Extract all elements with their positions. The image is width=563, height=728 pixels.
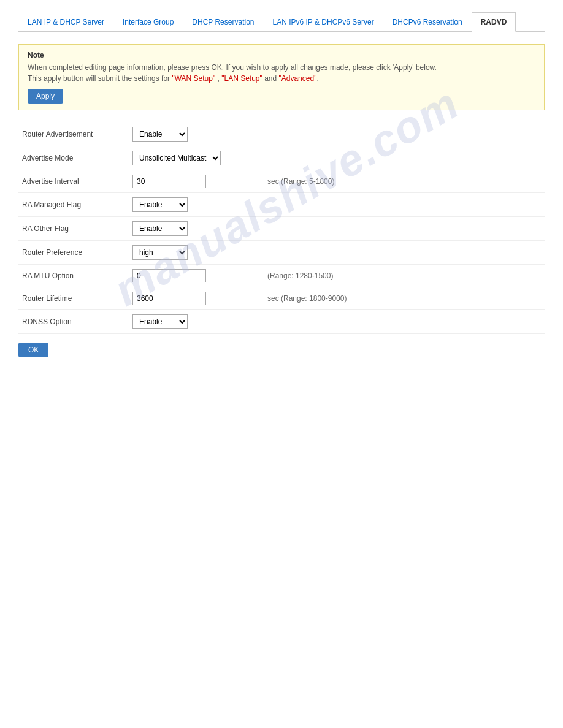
lan-setup-link[interactable]: "LAN Setup": [221, 74, 262, 83]
field-label-router-advertisement: Router Advertisement: [18, 123, 129, 146]
field-input-cell-ra-managed-flag: EnableDisable: [129, 193, 264, 217]
field-hint-ra-mtu-option: (Range: 1280-1500): [264, 265, 545, 287]
ra-mtu-option-input[interactable]: [132, 269, 206, 282]
tab-radvd[interactable]: RADVD: [472, 12, 516, 32]
field-input-cell-ra-mtu-option: [129, 265, 264, 287]
radvd-form: Router AdvertisementEnableDisableAdverti…: [18, 123, 545, 357]
field-hint-ra-other-flag: [264, 217, 545, 241]
field-input-cell-router-lifetime: [129, 287, 264, 310]
form-row-ra-mtu-option: RA MTU Option(Range: 1280-1500): [18, 265, 545, 287]
tab-interface-group[interactable]: Interface Group: [113, 12, 183, 31]
form-row-rdnss-option: RDNSS OptionEnableDisable: [18, 310, 545, 334]
ra-other-flag-select[interactable]: EnableDisable: [132, 221, 188, 236]
field-input-cell-rdnss-option: EnableDisable: [129, 310, 264, 334]
field-hint-advertise-mode: [264, 146, 545, 170]
note-box: Note When completed editing page informa…: [18, 44, 545, 110]
advertise-mode-select[interactable]: Unsolicited MulticastSolicited Multicast: [132, 151, 221, 165]
rdnss-option-select[interactable]: EnableDisable: [132, 314, 188, 329]
router-lifetime-input[interactable]: [132, 292, 206, 305]
form-row-ra-other-flag: RA Other FlagEnableDisable: [18, 217, 545, 241]
form-row-router-lifetime: Router Lifetimesec (Range: 1800-9000): [18, 287, 545, 310]
field-label-router-preference: Router Preference: [18, 241, 129, 265]
note-title: Note: [28, 51, 535, 59]
tab-dhcpv6-reservation[interactable]: DHCPv6 Reservation: [383, 12, 472, 31]
field-input-cell-router-preference: highmediumlow: [129, 241, 264, 265]
field-hint-rdnss-option: [264, 310, 545, 334]
router-preference-select[interactable]: highmediumlow: [132, 245, 188, 260]
form-row-advertise-interval: Advertise Intervalsec (Range: 5-1800): [18, 170, 545, 193]
form-row-ra-managed-flag: RA Managed FlagEnableDisable: [18, 193, 545, 217]
field-label-ra-other-flag: RA Other Flag: [18, 217, 129, 241]
field-hint-advertise-interval: sec (Range: 5-1800): [264, 170, 545, 193]
advanced-link[interactable]: "Advanced": [279, 74, 317, 83]
wan-setup-link[interactable]: "WAN Setup": [172, 74, 215, 83]
ok-button[interactable]: OK: [18, 343, 48, 357]
field-label-ra-mtu-option: RA MTU Option: [18, 265, 129, 287]
tab-lan-ipv6[interactable]: LAN IPv6 IP & DHCPv6 Server: [263, 12, 383, 31]
router-advertisement-select[interactable]: EnableDisable: [132, 127, 188, 142]
field-hint-router-lifetime: sec (Range: 1800-9000): [264, 287, 545, 310]
field-label-advertise-interval: Advertise Interval: [18, 170, 129, 193]
page-wrapper: LAN IP & DHCP ServerInterface GroupDHCP …: [0, 0, 563, 370]
field-label-router-lifetime: Router Lifetime: [18, 287, 129, 310]
field-hint-router-advertisement: [264, 123, 545, 146]
field-input-cell-ra-other-flag: EnableDisable: [129, 217, 264, 241]
note-text: When completed editing page information,…: [28, 62, 535, 84]
field-label-rdnss-option: RDNSS Option: [18, 310, 129, 334]
field-hint-router-preference: [264, 241, 545, 265]
tab-navigation: LAN IP & DHCP ServerInterface GroupDHCP …: [18, 12, 545, 32]
field-label-advertise-mode: Advertise Mode: [18, 146, 129, 170]
form-row-advertise-mode: Advertise ModeUnsolicited MulticastSolic…: [18, 146, 545, 170]
field-input-cell-advertise-interval: [129, 170, 264, 193]
field-label-ra-managed-flag: RA Managed Flag: [18, 193, 129, 217]
tab-dhcp-reservation[interactable]: DHCP Reservation: [183, 12, 263, 31]
form-row-router-preference: Router Preferencehighmediumlow: [18, 241, 545, 265]
tab-lan-dhcp[interactable]: LAN IP & DHCP Server: [18, 12, 113, 31]
apply-button[interactable]: Apply: [28, 89, 63, 104]
ra-managed-flag-select[interactable]: EnableDisable: [132, 197, 188, 212]
form-table: Router AdvertisementEnableDisableAdverti…: [18, 123, 545, 334]
advertise-interval-input[interactable]: [132, 175, 206, 188]
field-input-cell-router-advertisement: EnableDisable: [129, 123, 264, 146]
form-row-router-advertisement: Router AdvertisementEnableDisable: [18, 123, 545, 146]
field-hint-ra-managed-flag: [264, 193, 545, 217]
field-input-cell-advertise-mode: Unsolicited MulticastSolicited Multicast: [129, 146, 264, 170]
